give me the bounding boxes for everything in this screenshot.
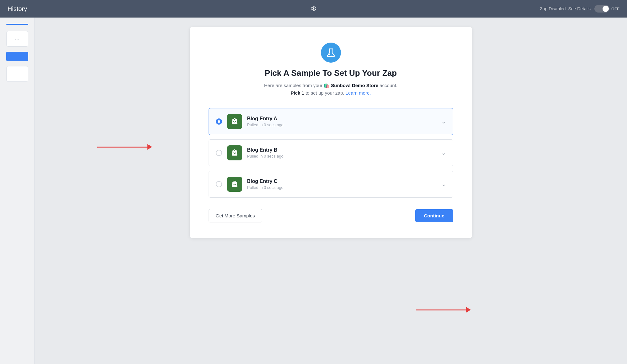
sample-info-b: Blog Entry B Pulled in 0 secs ago — [247, 147, 436, 159]
subtitle-suffix: account. — [380, 83, 397, 88]
sidebar-empty-card — [6, 66, 28, 82]
flask-icon-circle — [321, 43, 341, 63]
sample-meta-a: Pulled in 0 secs ago — [247, 122, 436, 127]
see-details-link[interactable]: See Details — [568, 6, 591, 11]
zap-toggle[interactable] — [594, 5, 609, 13]
sample-info-a: Blog Entry A Pulled in 0 secs ago — [247, 116, 436, 127]
toggle-container[interactable]: OFF — [594, 5, 619, 13]
sample-item-c[interactable]: Blog Entry C Pulled in 0 secs ago ⌄ — [209, 171, 453, 198]
history-label[interactable]: History — [8, 5, 27, 13]
subtitle-prefix: Here are samples from your — [264, 83, 322, 88]
arrow-head-left — [147, 144, 152, 150]
chevron-down-c[interactable]: ⌄ — [441, 181, 446, 188]
svg-point-0 — [329, 54, 330, 55]
top-bar: History ❄ Zap Disabled. See Details OFF — [0, 0, 627, 18]
red-arrow-right — [416, 307, 471, 313]
main-content: Pick A Sample To Set Up Your Zap Here ar… — [35, 18, 627, 364]
shopify-icon-a — [227, 114, 242, 129]
shopify-svg-a — [230, 117, 239, 126]
modal-title: Pick A Sample To Set Up Your Zap — [265, 68, 397, 78]
get-more-samples-button[interactable]: Get More Samples — [209, 209, 262, 222]
toggle-knob — [603, 6, 609, 12]
radio-btn-b[interactable] — [216, 150, 222, 156]
store-name: Sunbowl Demo Store — [331, 83, 378, 88]
shopify-svg-b — [230, 148, 239, 158]
flask-svg-icon — [326, 48, 336, 58]
zap-status-text: Zap Disabled. See Details — [540, 6, 591, 11]
modal-card: Pick A Sample To Set Up Your Zap Here ar… — [190, 27, 472, 238]
shopify-icon-c — [227, 177, 242, 192]
learn-more-link[interactable]: Learn more. — [346, 90, 371, 96]
samples-list: Blog Entry A Pulled in 0 secs ago ⌄ Blog… — [209, 108, 453, 198]
modal-footer: Get More Samples Continue — [209, 209, 453, 222]
ellipsis-icon: ··· — [15, 36, 19, 42]
top-bar-center-icon: ❄ — [311, 4, 317, 13]
sample-name-c: Blog Entry C — [247, 179, 436, 184]
svg-point-1 — [331, 55, 332, 55]
sample-item-a[interactable]: Blog Entry A Pulled in 0 secs ago ⌄ — [209, 108, 453, 135]
toggle-label: OFF — [611, 7, 619, 11]
pick-suffix: to set up your zap. — [306, 90, 344, 96]
red-arrow-left — [97, 144, 152, 150]
arrow-head-right — [466, 307, 471, 313]
top-bar-right: Zap Disabled. See Details OFF — [540, 5, 619, 13]
sample-info-c: Blog Entry C Pulled in 0 secs ago — [247, 179, 436, 190]
sample-item-b[interactable]: Blog Entry B Pulled in 0 secs ago ⌄ — [209, 139, 453, 166]
sample-name-a: Blog Entry A — [247, 116, 436, 122]
continue-button[interactable]: Continue — [415, 209, 453, 222]
sidebar-blue-bar — [6, 24, 28, 25]
sidebar-blue-card — [6, 52, 28, 61]
sidebar: ··· — [0, 18, 35, 364]
sample-meta-b: Pulled in 0 secs ago — [247, 154, 436, 159]
radio-btn-c[interactable] — [216, 181, 222, 187]
pick-label: Pick 1 — [290, 90, 304, 96]
shopify-svg-c — [230, 179, 239, 189]
shopify-icon-b — [227, 145, 242, 160]
arrow-line-right — [416, 309, 466, 310]
modal-header: Pick A Sample To Set Up Your Zap Here ar… — [209, 43, 453, 97]
chevron-down-a[interactable]: ⌄ — [441, 118, 446, 125]
snowflake-icon: ❄ — [311, 4, 317, 13]
store-emoji: 🛍️ — [324, 83, 331, 88]
sample-meta-c: Pulled in 0 secs ago — [247, 185, 436, 190]
chevron-down-b[interactable]: ⌄ — [441, 149, 446, 156]
modal-subtitle: Here are samples from your 🛍️ Sunbowl De… — [264, 82, 397, 97]
sidebar-menu-card[interactable]: ··· — [6, 31, 28, 47]
sample-name-b: Blog Entry B — [247, 147, 436, 153]
radio-btn-a[interactable] — [216, 118, 222, 125]
arrow-line-left — [97, 147, 147, 148]
